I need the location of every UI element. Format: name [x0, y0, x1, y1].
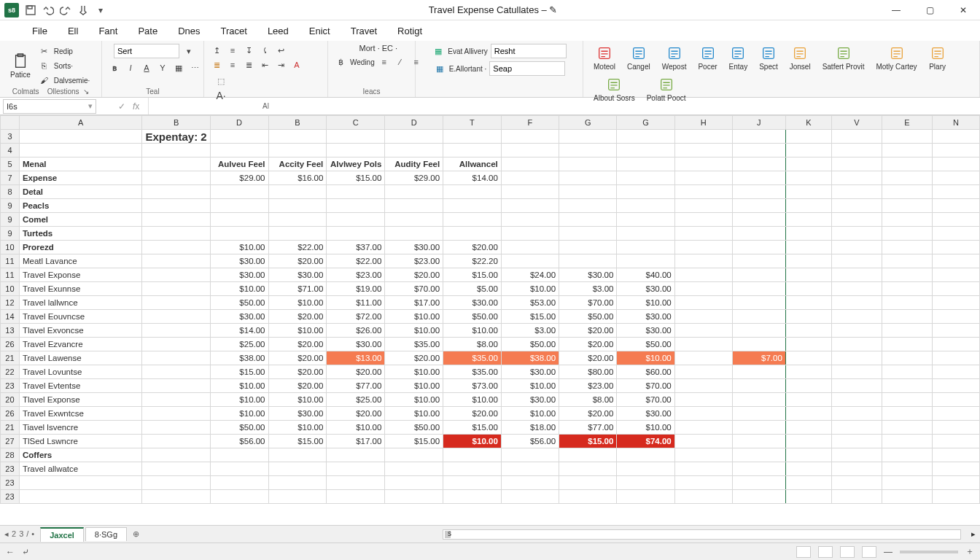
cell[interactable]: $8.00	[443, 338, 502, 351]
cell[interactable]	[831, 365, 882, 379]
cell[interactable]: $10.00	[617, 421, 674, 435]
cell[interactable]	[882, 268, 932, 282]
cell[interactable]	[882, 490, 932, 504]
header-cell[interactable]: Menal	[19, 158, 142, 171]
cell[interactable]: $72.00	[327, 310, 385, 324]
cell[interactable]	[674, 462, 732, 476]
cell[interactable]	[882, 227, 932, 241]
cell[interactable]	[327, 476, 385, 490]
cell[interactable]	[831, 338, 882, 351]
cell[interactable]	[674, 490, 732, 504]
cell[interactable]: $10.00	[443, 324, 502, 338]
cell[interactable]: $20.00	[559, 407, 617, 421]
cell[interactable]: $8.00	[559, 393, 617, 407]
col-header[interactable]: H	[674, 116, 732, 130]
view-custom-icon[interactable]	[862, 546, 876, 558]
ribbon-btn-entay[interactable]: Entay	[725, 44, 752, 72]
cell[interactable]	[327, 490, 385, 504]
cell[interactable]	[674, 268, 732, 282]
cell[interactable]: $35.00	[385, 338, 443, 351]
cell[interactable]	[443, 213, 502, 227]
cell[interactable]	[617, 476, 674, 490]
cell[interactable]	[831, 213, 882, 227]
view-break-icon[interactable]	[840, 546, 855, 558]
cell[interactable]	[785, 241, 831, 254]
tab-pate[interactable]: Pate	[135, 24, 160, 38]
cell[interactable]: $73.00	[443, 379, 502, 393]
cell[interactable]	[268, 227, 327, 241]
col-header[interactable]: D	[210, 116, 268, 130]
cell[interactable]: Travel Ezvancre	[19, 338, 142, 351]
cell[interactable]: $10.00	[385, 324, 443, 338]
cell[interactable]	[831, 185, 882, 199]
cell[interactable]	[882, 213, 932, 227]
zoom-in-icon[interactable]: ＋	[965, 545, 974, 558]
cell[interactable]	[268, 448, 327, 462]
font-color-icon[interactable]: A	[290, 58, 303, 71]
cell[interactable]	[501, 490, 559, 504]
cell[interactable]: Travel Exunnse	[19, 282, 142, 296]
cell[interactable]	[732, 379, 785, 393]
cell[interactable]: $30.00	[210, 268, 268, 282]
cell[interactable]: $7.00	[732, 351, 785, 365]
cell[interactable]	[831, 268, 882, 282]
cell[interactable]	[732, 254, 785, 268]
cell[interactable]	[210, 185, 268, 199]
col-header[interactable]: T	[443, 116, 502, 130]
cell[interactable]: $30.00	[385, 241, 443, 254]
cell[interactable]: Travel Evtentse	[19, 379, 142, 393]
currency-icon[interactable]: ฿	[334, 55, 347, 69]
cell[interactable]	[732, 365, 785, 379]
cell[interactable]	[831, 379, 882, 393]
cell[interactable]	[268, 462, 327, 476]
cell[interactable]	[732, 213, 785, 227]
ribbon-btn-satfert-provit[interactable]: Satfert Provit	[818, 44, 869, 72]
cell[interactable]: $15.00	[559, 435, 617, 448]
cell[interactable]	[882, 351, 932, 365]
cell[interactable]	[732, 310, 785, 324]
cell[interactable]	[831, 435, 882, 448]
cell[interactable]: $35.00	[443, 365, 502, 379]
cell[interactable]	[385, 227, 443, 241]
cell[interactable]	[443, 476, 502, 490]
cell[interactable]	[268, 476, 327, 490]
cell[interactable]	[732, 490, 785, 504]
header-cell[interactable]: Audity Feel	[385, 158, 443, 171]
cell[interactable]: $15.00	[327, 171, 385, 185]
cell[interactable]	[732, 421, 785, 435]
cell[interactable]	[674, 324, 732, 338]
cell[interactable]: $20.00	[559, 338, 617, 351]
row-header[interactable]: 28	[1, 448, 20, 462]
col-header[interactable]: C	[327, 116, 385, 130]
align-left-icon[interactable]: ≣	[210, 58, 223, 71]
cell[interactable]: $20.00	[443, 241, 502, 254]
cell[interactable]	[617, 199, 674, 213]
col-header[interactable]: G	[617, 116, 674, 130]
cell[interactable]	[882, 324, 932, 338]
cell[interactable]: $22.00	[268, 241, 327, 254]
cell[interactable]	[785, 462, 831, 476]
cell[interactable]: Detal	[19, 185, 142, 199]
cell[interactable]: $24.00	[501, 268, 559, 282]
font-size-icon[interactable]: ▾	[182, 44, 195, 58]
cell[interactable]	[501, 213, 559, 227]
style-combo2[interactable]	[489, 61, 565, 76]
cell[interactable]	[327, 227, 385, 241]
col-header[interactable]: K	[785, 116, 831, 130]
cell[interactable]	[268, 199, 327, 213]
cell[interactable]: Travel lallwnce	[19, 296, 142, 310]
cell[interactable]: Coffers	[19, 448, 142, 462]
cell[interactable]	[831, 490, 882, 504]
cell[interactable]	[559, 213, 617, 227]
cell[interactable]: $17.00	[385, 296, 443, 310]
cell[interactable]	[785, 185, 831, 199]
col-header[interactable]: B	[268, 116, 327, 130]
cell[interactable]	[932, 213, 979, 227]
ribbon-btn-cangel[interactable]: Cangel	[623, 44, 655, 72]
cell[interactable]	[882, 254, 932, 268]
cell[interactable]	[932, 351, 979, 365]
cond-format-icon[interactable]: ▦	[432, 44, 445, 58]
cell[interactable]: $10.00	[268, 393, 327, 407]
cell[interactable]: $20.00	[385, 351, 443, 365]
cell[interactable]	[732, 241, 785, 254]
